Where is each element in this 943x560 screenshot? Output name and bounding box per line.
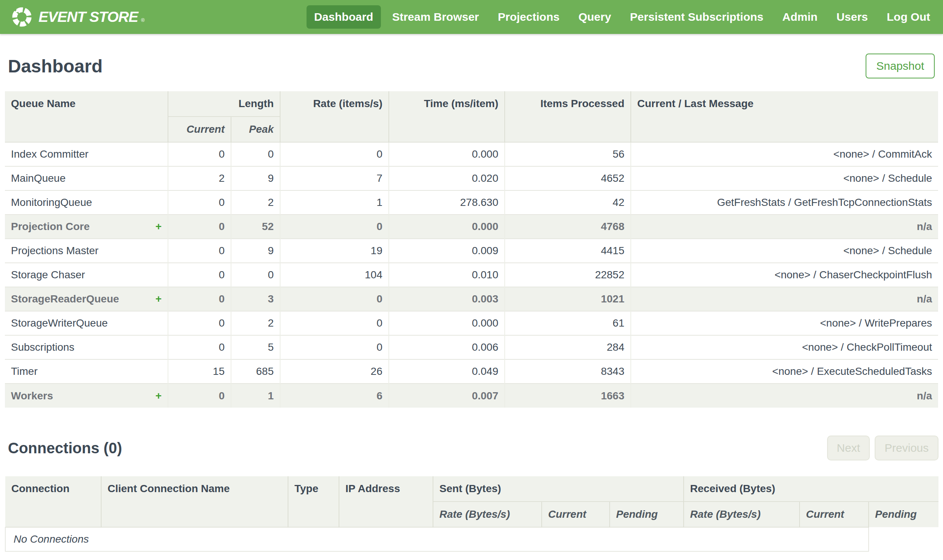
col-header-length: Length — [168, 91, 280, 117]
previous-button[interactable]: Previous — [875, 435, 938, 460]
col-header-client-name: Client Connection Name — [101, 476, 288, 527]
message-cell: GetFreshStats / GetFreshTcpConnectionSta… — [631, 191, 938, 215]
col-header-received-pending: Pending — [869, 502, 938, 527]
queue-name-cell: Storage Chaser — [5, 263, 168, 287]
col-header-ip-address: IP Address — [339, 476, 433, 527]
nav-item-users[interactable]: Users — [829, 5, 875, 29]
queue-row: MonitoringQueue021278.63042GetFreshStats… — [5, 191, 938, 215]
time-cell: 0.010 — [389, 263, 505, 287]
queue-name-label: Workers — [11, 390, 53, 402]
length-peak-cell: 2 — [231, 191, 280, 215]
length-peak-cell: 9 — [231, 166, 280, 191]
col-header-message: Current / Last Message — [631, 91, 938, 142]
queue-row-group: Workers+0160.0071663n/a — [5, 383, 938, 408]
time-cell: 0.006 — [389, 335, 505, 359]
queue-name-cell: Projection Core+ — [5, 215, 168, 239]
col-header-rate: Rate (items/s) — [280, 91, 389, 142]
time-cell: 0.009 — [389, 239, 505, 263]
length-current-cell: 15 — [168, 359, 231, 383]
length-peak-cell: 0 — [231, 263, 280, 287]
nav-item-dashboard[interactable]: Dashboard — [307, 5, 381, 29]
length-peak-cell: 0 — [231, 142, 280, 166]
items-processed-cell: 56 — [505, 142, 631, 166]
queue-row-group: StorageReaderQueue+0300.0031021n/a — [5, 287, 938, 311]
length-current-cell: 0 — [168, 311, 231, 335]
col-header-received-rate: Rate (Bytes/s) — [684, 502, 799, 527]
nav-item-persistent-subscriptions[interactable]: Persistent Subscriptions — [622, 5, 771, 29]
expand-queue-icon[interactable]: + — [156, 287, 162, 311]
queue-name-cell: Workers+ — [5, 383, 168, 408]
length-peak-cell: 3 — [231, 287, 280, 311]
queue-name-cell: Projections Master — [5, 239, 168, 263]
page-title: Dashboard — [8, 56, 103, 77]
queue-row: Timer15685260.0498343<none> / ExecuteSch… — [5, 359, 938, 383]
col-header-sent: Sent (Bytes) — [433, 476, 684, 502]
queue-name-cell: MonitoringQueue — [5, 191, 168, 215]
length-peak-cell: 2 — [231, 311, 280, 335]
connections-table: Connection Client Connection Name Type I… — [5, 476, 938, 552]
queue-name-label: Projection Core — [11, 221, 90, 232]
brand-text: EVENT STORE — [39, 9, 138, 25]
nav-item-projections[interactable]: Projections — [490, 5, 567, 29]
length-current-cell: 0 — [168, 215, 231, 239]
nav-item-query[interactable]: Query — [571, 5, 619, 29]
queue-header-row-1: Queue Name Length Rate (items/s) Time (m… — [5, 91, 938, 117]
col-header-connection: Connection — [5, 476, 101, 527]
message-cell: <none> / Schedule — [631, 166, 938, 191]
col-header-sent-rate: Rate (Bytes/s) — [433, 502, 542, 527]
queue-name-label: Storage Chaser — [11, 269, 85, 280]
queue-name-cell: Timer — [5, 359, 168, 383]
message-cell: n/a — [631, 215, 938, 239]
message-cell: <none> / Schedule — [631, 239, 938, 263]
message-cell: n/a — [631, 383, 938, 408]
queue-row-group: Projection Core+05200.0004768n/a — [5, 215, 938, 239]
col-header-length-peak: Peak — [231, 117, 280, 142]
queue-stats-table: Queue Name Length Rate (items/s) Time (m… — [5, 91, 938, 408]
snapshot-button[interactable]: Snapshot — [866, 54, 935, 78]
navbar: EVENT STORE ® Dashboard Stream Browser P… — [0, 0, 943, 34]
length-current-cell: 0 — [168, 191, 231, 215]
rate-cell: 0 — [280, 215, 389, 239]
rate-cell: 0 — [280, 142, 389, 166]
queue-name-label: Timer — [11, 365, 38, 377]
no-connections-message: No Connections — [5, 527, 869, 551]
connections-header: Connections (0) Next Previous — [0, 408, 943, 476]
items-processed-cell: 284 — [505, 335, 631, 359]
items-processed-cell: 42 — [505, 191, 631, 215]
time-cell: 0.003 — [389, 287, 505, 311]
queue-name-label: Index Committer — [11, 148, 88, 160]
col-header-sent-pending: Pending — [610, 502, 684, 527]
length-current-cell: 0 — [168, 239, 231, 263]
nav-menu: Dashboard Stream Browser Projections Que… — [307, 5, 938, 29]
message-cell: n/a — [631, 287, 938, 311]
queue-name-label: MainQueue — [11, 172, 66, 184]
expand-queue-icon[interactable]: + — [156, 384, 162, 408]
items-processed-cell: 1663 — [505, 383, 631, 408]
next-button[interactable]: Next — [827, 435, 870, 460]
brand[interactable]: EVENT STORE ® — [11, 6, 145, 28]
length-peak-cell: 1 — [231, 383, 280, 408]
message-cell: <none> / CheckPollTimeout — [631, 335, 938, 359]
expand-queue-icon[interactable]: + — [156, 215, 162, 238]
length-current-cell: 0 — [168, 142, 231, 166]
time-cell: 278.630 — [389, 191, 505, 215]
page-header: Dashboard Snapshot — [0, 34, 943, 91]
queue-row: MainQueue2970.0204652<none> / Schedule — [5, 166, 938, 191]
col-header-received: Received (Bytes) — [684, 476, 938, 502]
rate-cell: 0 — [280, 335, 389, 359]
length-current-cell: 0 — [168, 287, 231, 311]
nav-item-stream-browser[interactable]: Stream Browser — [385, 5, 486, 29]
nav-item-log-out[interactable]: Log Out — [879, 5, 938, 29]
length-current-cell: 2 — [168, 166, 231, 191]
items-processed-cell: 4415 — [505, 239, 631, 263]
col-header-received-current: Current — [799, 502, 869, 527]
items-processed-cell: 22852 — [505, 263, 631, 287]
queue-table-body: Index Committer0000.00056<none> / Commit… — [5, 142, 938, 408]
connections-pager: Next Previous — [827, 435, 938, 460]
items-processed-cell: 8343 — [505, 359, 631, 383]
queue-name-cell: StorageWriterQueue — [5, 311, 168, 335]
queue-name-cell: Subscriptions — [5, 335, 168, 359]
queue-row: Storage Chaser001040.01022852<none> / Ch… — [5, 263, 938, 287]
nav-item-admin[interactable]: Admin — [775, 5, 825, 29]
length-current-cell: 0 — [168, 263, 231, 287]
